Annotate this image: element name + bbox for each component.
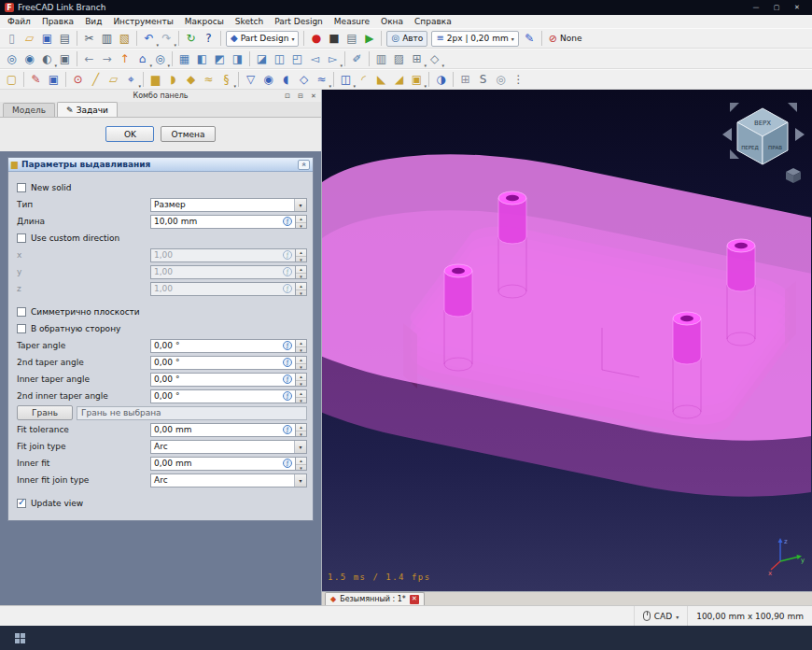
new-solid-checkbox[interactable]: New solid [14,179,307,196]
nav-forward-button[interactable]: → [98,50,116,68]
datum-point-button[interactable]: ⊙ [69,71,87,89]
value-input[interactable]: 1,00 [150,282,296,296]
checkbox-icon[interactable] [17,324,26,333]
boolean-button[interactable]: ◑ [432,71,450,89]
expression-icon[interactable] [283,425,292,434]
mirrored-button[interactable]: ◫ [337,71,355,89]
expression-icon[interactable] [283,341,292,350]
menu-part-design[interactable]: Part Design [269,15,329,28]
expression-icon[interactable] [283,459,292,468]
copy-button[interactable]: ▥ [98,30,116,48]
navigation-cube[interactable]: ВЕРХ ПЕРЕД ПРАВ [721,97,806,185]
spinner-buttons[interactable] [296,248,307,262]
menu-sketch[interactable]: Sketch [230,15,269,28]
spinner-buttons[interactable] [296,282,307,296]
dropdown-select[interactable]: Arc [150,440,307,454]
spinner-buttons[interactable] [296,215,307,229]
spinner-buttons[interactable] [296,373,307,387]
expression-icon[interactable] [283,374,292,384]
groove-button[interactable]: ◖ [277,71,295,89]
panel-close-button[interactable]: ✕ [309,92,318,100]
redo-button[interactable]: ↷ [158,30,175,48]
texture-mapping-button[interactable]: ▨ [390,50,408,68]
panel-float-button[interactable]: ⊡ [283,92,292,100]
menu-file[interactable]: Файл [2,15,36,28]
navcube-rotate-right-icon[interactable] [795,128,805,141]
menu-macros[interactable]: Макросы [179,15,230,28]
reversed-checkbox[interactable]: В обратную сторону [14,320,307,337]
spinner-buttons[interactable] [296,265,307,279]
spinner-buttons[interactable] [296,457,307,471]
spinner-buttons[interactable] [296,339,307,353]
revolution-button[interactable]: ◗ [164,71,182,89]
menu-view[interactable]: Вид [79,15,107,28]
3d-viewport[interactable]: ВЕРХ ПЕРЕД ПРАВ 1.5 ms / 1.4 fps [322,90,812,591]
pocket-button[interactable]: ▽ [242,71,259,89]
home-view-button[interactable]: ⌂ [133,50,151,68]
paste-button[interactable]: ▧ [116,30,133,48]
navcube-corner-arrow[interactable] [730,103,739,112]
dropdown-select[interactable]: Arc [150,473,307,488]
measure-button[interactable]: ✐ [348,50,366,68]
datum-plane-button[interactable]: ▱ [105,71,122,89]
value-input[interactable]: 0,00 ° [150,389,296,403]
thickness-button[interactable]: ▣ [408,71,426,89]
collapse-section-button[interactable] [298,160,310,170]
view-front-button[interactable]: ◧ [193,50,211,68]
view-axonometric-button[interactable]: ▦ [175,50,193,68]
spinner-buttons[interactable] [296,389,307,403]
checkbox-icon[interactable] [17,499,26,508]
toolbar-overflow-button[interactable]: ⋮ [510,71,527,89]
document-close-button[interactable]: ✕ [410,595,419,604]
value-input[interactable]: 0,00 ° [150,356,296,370]
start-button[interactable] [8,627,31,649]
expression-icon[interactable] [283,358,292,367]
close-button[interactable]: ✕ [787,0,807,15]
value-input[interactable]: 0,00 ° [150,373,296,387]
face-button[interactable]: Грань [17,405,73,420]
value-input[interactable]: 1,00 [150,265,296,279]
checkbox-icon[interactable] [17,307,26,317]
value-input[interactable]: 0,00 mm [150,423,296,437]
go-to-parent-button[interactable]: ↑ [116,50,133,68]
view-rotate-left-button[interactable]: ◅ [306,50,324,68]
additive-loft-button[interactable]: ◆ [182,71,200,89]
tab-model[interactable]: Модель [3,103,55,117]
ok-button[interactable]: OK [105,126,154,142]
update-view-checkbox[interactable]: Update view [14,495,307,512]
open-file-button[interactable]: ▱ [21,30,38,48]
marker-pen-button[interactable]: ✎ [521,30,539,48]
view-bottom-button[interactable]: ◫ [271,50,288,68]
macro-record-button[interactable]: ● [307,30,325,48]
pad-button[interactable]: ▆ [147,71,164,89]
view-rotate-right-button[interactable]: ▻ [324,50,342,68]
macro-stop-button[interactable]: ■ [325,30,343,48]
scene-inspector-button[interactable]: ⊞ [408,50,426,68]
map-sketch-button[interactable]: ▣ [45,71,63,89]
line-width-selector[interactable]: ≡2px | 0,20 mm [431,31,518,47]
subtractive-loft-button[interactable]: ◇ [295,71,313,89]
new-file-button[interactable]: ▯ [3,30,21,48]
macro-play-button[interactable]: ▶ [360,30,378,48]
nav-back-button[interactable]: ← [80,50,98,68]
create-body-button[interactable]: ▢ [3,71,21,89]
draft-button[interactable]: ◢ [390,71,408,89]
spinner-buttons[interactable] [296,356,307,370]
custom-direction-checkbox[interactable]: Use custom direction [14,230,307,247]
selection-bbox-button[interactable]: ▣ [56,50,74,68]
draw-style-button[interactable]: ◐ [38,50,56,68]
checkbox-icon[interactable] [17,183,26,192]
view-top-button[interactable]: ◩ [211,50,229,68]
auto-draw-toggle[interactable]: ◎Авто [386,31,427,47]
expression-icon[interactable] [283,267,292,276]
bounding-box-button[interactable]: ◇ [426,50,443,68]
grid-toggle-button[interactable]: ⊞ [456,71,474,89]
menu-measure[interactable]: Measure [329,15,375,28]
checkbox-icon[interactable] [17,233,26,243]
menu-help[interactable]: Справка [409,15,457,28]
selection-filter[interactable]: ⊘None [545,34,586,44]
clipping-plane-button[interactable]: ▥ [372,50,390,68]
additive-helix-button[interactable]: § [217,71,235,89]
additive-pipe-button[interactable]: ≈ [200,71,217,89]
macro-edit-button[interactable]: ▤ [343,30,360,48]
